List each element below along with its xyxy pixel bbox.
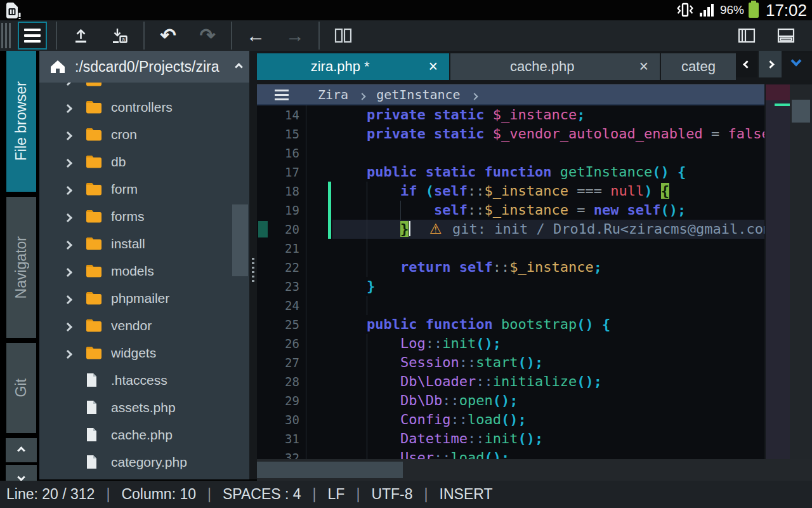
tabs-scroll-left-button[interactable]: [736, 51, 757, 77]
tree-folder-row[interactable]: db: [39, 148, 249, 175]
tree-folder-row[interactable]: [39, 83, 249, 93]
marker-modified-region: [766, 84, 790, 100]
columns-button[interactable]: [329, 22, 358, 50]
divider-drag-handle-icon[interactable]: [252, 258, 254, 282]
tabs-scroll-right-button[interactable]: [759, 51, 782, 77]
chevron-right-icon: [65, 182, 79, 197]
tab-overflow-menu-button[interactable]: [792, 56, 800, 67]
tree-file-row[interactable]: assets.php: [39, 394, 249, 421]
save-as-button[interactable]: a: [105, 22, 134, 50]
collapse-panel-icon[interactable]: [236, 61, 242, 72]
code-token: (): [577, 316, 594, 332]
sidebar-tab-navigator[interactable]: Navigator: [6, 197, 36, 338]
code-line[interactable]: 23 }: [257, 277, 764, 296]
close-icon[interactable]: ×: [634, 57, 660, 77]
code-line[interactable]: 19 self::$_instance = new self();: [257, 201, 764, 220]
forward-button[interactable]: →: [280, 22, 310, 50]
code-line[interactable]: 14 private static $_instance;: [257, 105, 764, 124]
code-line[interactable]: 20 } ⚠ git: init / Dro1d.Ru<ziracms@gmai…: [257, 220, 764, 239]
code-line[interactable]: 32 User::load();: [257, 448, 764, 459]
back-button[interactable]: ←: [241, 22, 270, 50]
vertical-scrollbar-handle[interactable]: [792, 100, 810, 123]
tree-folder-row[interactable]: vendor: [39, 312, 249, 339]
line-number: 20: [257, 220, 306, 239]
code-token: ();: [577, 373, 602, 389]
code-token: public static function: [367, 164, 551, 180]
vertical-scrollbar[interactable]: [790, 84, 812, 459]
horizontal-scrollbar-handle[interactable]: [257, 462, 403, 478]
folder-icon: [86, 210, 102, 223]
tree-folder-row[interactable]: widgets: [39, 339, 249, 366]
redo-button[interactable]: ↷: [193, 22, 222, 50]
code-line[interactable]: 16: [257, 144, 764, 163]
split-vertical-button[interactable]: [732, 22, 761, 50]
code-line[interactable]: 18 if (self::$_instance === null) {: [257, 182, 764, 201]
tree-folder-row[interactable]: forms: [39, 203, 249, 230]
editor-tab-categ[interactable]: categ: [661, 53, 736, 80]
tree-folder-row[interactable]: install: [39, 230, 249, 257]
code-line[interactable]: 25 public function bootstrap() {: [257, 315, 764, 334]
code-token: =: [703, 126, 728, 142]
tree-file-row[interactable]: category.php: [39, 448, 249, 476]
home-icon[interactable]: [49, 59, 66, 74]
code-line[interactable]: 17 public static function getInstance() …: [257, 163, 764, 182]
code-line[interactable]: 22 return self::$_instance;: [257, 258, 764, 277]
breadcrumb-menu-icon[interactable]: [275, 90, 289, 100]
editor-status-line: Line: 20 / 312|Column: 10|SPACES : 4|LF|…: [0, 481, 812, 508]
panel-divider[interactable]: [249, 51, 257, 479]
file-browser-header[interactable]: :/sdcard0/Projects/zira: [39, 51, 249, 83]
editor-tab-label: cache.php: [450, 58, 634, 75]
tree-folder-row[interactable]: phpmailer: [39, 284, 249, 312]
rail-scroll-up-button[interactable]: [6, 438, 37, 462]
status-segment: UTF-8: [371, 486, 412, 503]
close-icon[interactable]: ×: [423, 57, 449, 77]
code-token: ;: [594, 259, 602, 275]
code-line[interactable]: 24: [257, 296, 764, 315]
file-tree-scrollbar[interactable]: [232, 204, 248, 276]
status-segment: Column: 10: [121, 486, 196, 503]
code-line[interactable]: 27 Session::start();: [257, 353, 764, 372]
status-separator: |: [424, 486, 428, 503]
chevron-right-icon: [65, 100, 79, 115]
code-line[interactable]: 28 Db\Loader::initialize();: [257, 372, 764, 391]
tree-file-row[interactable]: cache.php: [39, 421, 249, 448]
horizontal-scrollbar[interactable]: [257, 459, 812, 481]
code-token: ();: [501, 411, 527, 427]
tree-folder-row[interactable]: cron: [39, 121, 249, 148]
tree-folder-row[interactable]: form: [39, 175, 249, 203]
editor-tab-label: zira.php *: [257, 58, 423, 75]
breadcrumb-item[interactable]: Zira: [318, 87, 348, 102]
code-line[interactable]: 30 Config::load();: [257, 410, 764, 429]
code-line[interactable]: 21: [257, 239, 764, 258]
code-line[interactable]: 31 Datetime::init();: [257, 429, 764, 448]
code-token: [333, 164, 367, 180]
menu-button[interactable]: [18, 22, 47, 50]
folder-icon: [86, 128, 102, 141]
columns-icon: [334, 28, 352, 43]
toolbar-grip[interactable]: [1, 23, 13, 48]
code-token: [417, 183, 425, 199]
tree-folder-row[interactable]: models: [39, 257, 249, 284]
tree-item-label: .htaccess: [111, 373, 167, 388]
sidebar-tab-git[interactable]: Git: [6, 343, 36, 433]
tree-folder-row[interactable]: controllers: [39, 93, 249, 121]
tree-file-row[interactable]: .htaccess: [39, 366, 249, 394]
code-line[interactable]: 15 private static $_vendor_autoload_enab…: [257, 124, 764, 144]
code-token: ();: [484, 450, 509, 459]
split-horizontal-button[interactable]: [771, 22, 801, 50]
code-line[interactable]: 29 Db\Db::open();: [257, 391, 764, 410]
code-editor[interactable]: 14 private static $_instance;15 private …: [257, 105, 764, 459]
marker-git-added: [775, 104, 790, 106]
tree-item-label: cache.php: [111, 427, 173, 443]
undo-button[interactable]: ↶: [154, 22, 183, 50]
upload-button[interactable]: [66, 22, 95, 50]
code-line[interactable]: 26 Log::init();: [257, 334, 764, 353]
breadcrumb-item[interactable]: getInstance: [376, 87, 460, 102]
code-token: ::: [459, 354, 476, 370]
editor-tab-cache-php[interactable]: cache.php×: [450, 53, 660, 80]
code-token: ===: [577, 183, 602, 199]
code-token: public function: [367, 316, 493, 332]
line-number: 14: [257, 105, 306, 124]
sidebar-tab-file-browser[interactable]: File browser: [6, 51, 36, 192]
editor-tab-zira-php-[interactable]: zira.php *×: [257, 53, 449, 80]
